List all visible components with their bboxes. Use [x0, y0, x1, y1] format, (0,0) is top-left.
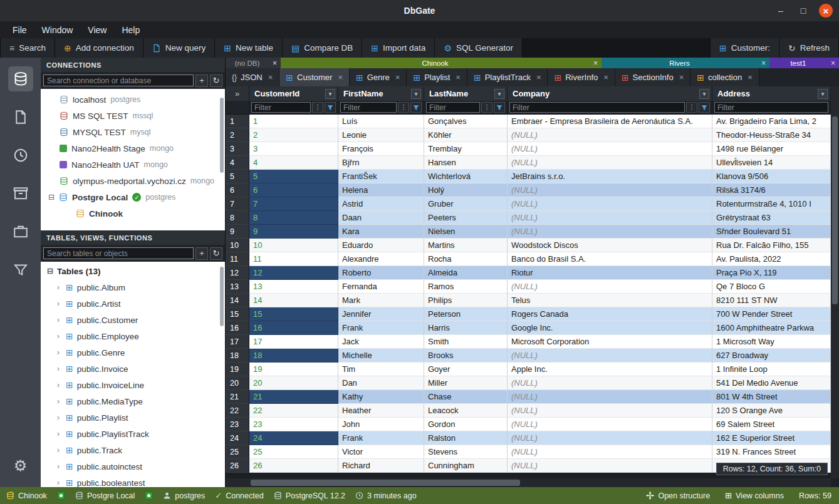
- menu-file[interactable]: File: [6, 24, 33, 36]
- close-icon[interactable]: ×: [269, 59, 281, 68]
- filter-input-company[interactable]: [509, 102, 685, 113]
- cell-company[interactable]: (NULL): [508, 390, 712, 404]
- cell-firstname[interactable]: Eduardo: [338, 239, 424, 252]
- row-number[interactable]: 3: [226, 142, 249, 156]
- table-row[interactable]: 1111AlexandreRochaBanco do Brasil S.A.Av…: [226, 252, 831, 266]
- tab-sectioninfo[interactable]: ⊞SectionInfo×: [615, 68, 690, 86]
- cell-address[interactable]: 801 W 4th Street: [712, 390, 831, 404]
- row-number[interactable]: 9: [226, 225, 249, 239]
- cell-company[interactable]: Telus: [508, 294, 712, 307]
- row-number[interactable]: 25: [226, 445, 249, 459]
- close-icon[interactable]: ×: [603, 73, 608, 82]
- column-header-customerid[interactable]: CustomerId▾: [249, 86, 338, 101]
- cell-lastname[interactable]: Stevens: [424, 445, 508, 459]
- close-icon[interactable]: ×: [758, 59, 769, 68]
- cell-lastname[interactable]: Peeters: [424, 211, 508, 225]
- nav-filters[interactable]: [8, 257, 33, 282]
- cell-lastname[interactable]: Rocha: [424, 252, 508, 266]
- connection-item-localhost[interactable]: localhostpostgres: [41, 91, 225, 108]
- row-number[interactable]: 11: [226, 252, 249, 266]
- cell-address[interactable]: Rilská 3174/6: [712, 183, 831, 197]
- table-item-public-track[interactable]: ›⊞public.Track: [41, 442, 225, 458]
- cell-firstname[interactable]: FrantiŠek: [338, 170, 424, 183]
- cell-lastname[interactable]: Miller: [424, 376, 508, 390]
- cell-address[interactable]: Av. Paulista, 2022: [712, 252, 831, 266]
- column-header-lastname[interactable]: LastName▾: [424, 86, 508, 101]
- cell-customerid[interactable]: 9: [249, 225, 338, 239]
- nav-history[interactable]: [8, 143, 33, 168]
- minimize-button[interactable]: –: [774, 4, 788, 18]
- cell-customerid[interactable]: 19: [249, 363, 338, 376]
- table-row[interactable]: 11LuísGonçalvesEmbraer - Empresa Brasile…: [226, 115, 831, 128]
- tab-playlisttrack[interactable]: ⊞PlaylistTrack×: [467, 68, 548, 86]
- status-view-columns[interactable]: ⊞View columns: [725, 491, 784, 500]
- nav-apps[interactable]: [8, 219, 33, 244]
- cell-company[interactable]: Embraer - Empresa Brasileira de Aeronáut…: [508, 115, 712, 128]
- cell-lastname[interactable]: Gonçalves: [424, 115, 508, 128]
- tables-scrollbar-thumb[interactable]: [220, 267, 224, 326]
- cell-company[interactable]: (NULL): [508, 418, 712, 431]
- cell-lastname[interactable]: Philips: [424, 294, 508, 307]
- table-row[interactable]: 77AstridGruber(NULL)Rotenturmstraße 4, 1…: [226, 197, 831, 211]
- cell-company[interactable]: Banco do Brasil S.A.: [508, 252, 712, 266]
- cell-firstname[interactable]: Bjřrn: [338, 156, 424, 170]
- table-item-public-album[interactable]: ›⊞public.Album: [41, 279, 225, 296]
- cell-firstname[interactable]: Jack: [338, 335, 424, 349]
- cell-address[interactable]: Sřnder Boulevard 51: [712, 225, 831, 239]
- table-row[interactable]: 55FrantiŠekWichterlováJetBrains s.r.o.Kl…: [226, 170, 831, 183]
- cell-lastname[interactable]: Martins: [424, 239, 508, 252]
- tab-json[interactable]: {}JSON×: [226, 68, 279, 86]
- row-number[interactable]: 18: [226, 349, 249, 363]
- cell-firstname[interactable]: Frank: [338, 431, 424, 445]
- cell-customerid[interactable]: 22: [249, 404, 338, 418]
- table-row[interactable]: 99KaraNielsen(NULL)Sřnder Boulevard 51: [226, 225, 831, 239]
- tables-refresh-button[interactable]: ↻: [210, 247, 222, 260]
- cell-address[interactable]: 1498 rue Bélanger: [712, 142, 831, 156]
- close-icon[interactable]: ×: [748, 73, 753, 82]
- table-item-public-playlist[interactable]: ›⊞public.Playlist: [41, 409, 225, 426]
- column-header-address[interactable]: Address▾: [712, 86, 831, 101]
- cell-firstname[interactable]: Kara: [338, 225, 424, 239]
- cell-firstname[interactable]: Helena: [338, 183, 424, 197]
- row-number[interactable]: 8: [226, 211, 249, 225]
- table-item-public-autoinctest[interactable]: ›⊞public.autoinctest: [41, 458, 225, 475]
- tables-group-toggle[interactable]: ⊟Tables (13): [41, 263, 225, 279]
- row-number[interactable]: 14: [226, 294, 249, 307]
- horizontal-scrollbar[interactable]: [226, 478, 831, 487]
- cell-firstname[interactable]: Heather: [338, 404, 424, 418]
- cell-lastname[interactable]: Goyer: [424, 363, 508, 376]
- table-row[interactable]: 1212RobertoAlmeidaRioturPraça Pio X, 119: [226, 266, 831, 280]
- maximize-button[interactable]: □: [796, 4, 810, 18]
- cell-firstname[interactable]: Astrid: [338, 197, 424, 211]
- cell-customerid[interactable]: 1: [249, 115, 338, 128]
- cell-customerid[interactable]: 4: [249, 156, 338, 170]
- row-number[interactable]: 4: [226, 156, 249, 170]
- tables-search-input[interactable]: [43, 247, 194, 259]
- tab-collection[interactable]: ⊞collection×: [690, 68, 759, 86]
- cell-company[interactable]: (NULL): [508, 225, 712, 239]
- cell-company[interactable]: (NULL): [508, 211, 712, 225]
- cell-address[interactable]: 319 N. Frances Street: [712, 445, 831, 459]
- cell-lastname[interactable]: Gruber: [424, 197, 508, 211]
- row-number[interactable]: 6: [226, 183, 249, 197]
- cell-lastname[interactable]: Smith: [424, 335, 508, 349]
- close-icon[interactable]: ×: [456, 73, 461, 82]
- nav-files[interactable]: [8, 105, 33, 130]
- table-item-public-artist[interactable]: ›⊞public.Artist: [41, 296, 225, 312]
- filter-funnel-button[interactable]: [494, 102, 505, 113]
- cell-lastname[interactable]: Cunningham: [424, 459, 508, 473]
- cell-address[interactable]: 120 S Orange Ave: [712, 404, 831, 418]
- table-row[interactable]: 88DaanPeeters(NULL)Grétrystraat 63: [226, 211, 831, 225]
- cell-firstname[interactable]: François: [338, 142, 424, 156]
- tab-customer[interactable]: ⊞Customer×: [279, 68, 350, 86]
- cell-company[interactable]: (NULL): [508, 128, 712, 142]
- cell-address[interactable]: Theodor-Heuss-Straße 34: [712, 128, 831, 142]
- table-item-public-invoice[interactable]: ›⊞public.Invoice: [41, 361, 225, 377]
- cell-customerid[interactable]: 10: [249, 239, 338, 252]
- cell-firstname[interactable]: Leonie: [338, 128, 424, 142]
- cell-address[interactable]: Qe 7 Bloco G: [712, 280, 831, 294]
- row-number[interactable]: 26: [226, 459, 249, 473]
- cell-lastname[interactable]: Hansen: [424, 156, 508, 170]
- cell-customerid[interactable]: 6: [249, 183, 338, 197]
- cell-company[interactable]: (NULL): [508, 280, 712, 294]
